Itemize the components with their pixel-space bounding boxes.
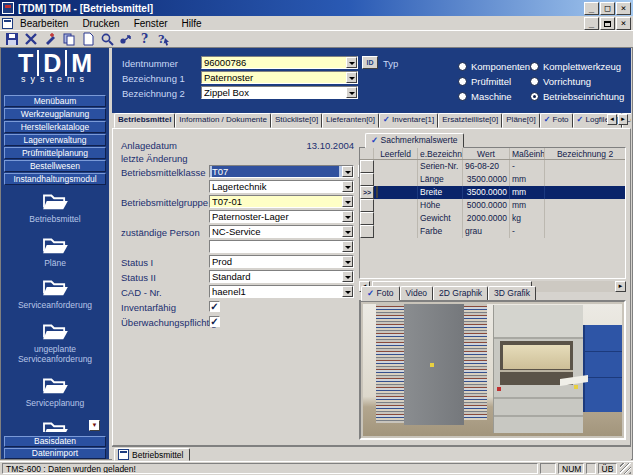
identnummer-combo[interactable]: 96000786 [201,56,358,69]
tab-plaene[interactable]: Pläne[0] [502,113,539,128]
sidebar-item-werkzeugplanung[interactable]: Werkzeugplanung [4,108,106,120]
tab-scroll-left-button[interactable]: ◄ [607,114,617,125]
tab-inventare[interactable]: ✓ Inventare[1] [379,113,438,128]
bezeichnung2-combo[interactable]: Zippel Box [201,86,358,99]
col-bezeichnung2[interactable]: Bezeichnung 2 [545,148,625,159]
sidebar-item-herstellerkataloge[interactable]: Herstellerkataloge [4,121,106,133]
chevron-down-icon[interactable] [342,211,353,222]
chevron-down-icon[interactable] [346,87,357,98]
sidebar-item-menubaum[interactable]: Menübaum [4,95,106,107]
leerfeld-checkbox[interactable] [376,186,378,198]
menu-fenster[interactable]: Fenster [127,17,175,30]
radio-pruefmittel[interactable] [458,77,467,86]
tab-video[interactable]: Video [400,286,434,301]
table-row[interactable]: Farbe grau - [360,225,625,238]
tab-betriebsmittel[interactable]: Betriebsmittel [114,113,175,128]
save-icon[interactable] [3,32,20,47]
child-window-icon[interactable] [2,18,13,29]
copy-icon[interactable] [60,32,77,47]
gruppe-name-combo[interactable]: Paternoster-Lager [209,210,354,223]
status2-combo[interactable]: Standard [209,270,354,283]
person-combo[interactable]: NC-Service [209,225,354,238]
col-bezeichnung[interactable]: e.Bezeichnung [418,148,463,159]
bezeichnung1-combo[interactable]: Paternoster [201,71,358,84]
nav-serviceanforderung[interactable]: Serviceanforderung [1,276,109,310]
delete-icon[interactable] [22,32,39,47]
tab-2d-graphik[interactable]: 2D Graphik [433,286,488,301]
col-wert[interactable]: Wert [463,148,510,159]
chevron-down-icon[interactable] [342,226,353,237]
table-row-selected[interactable]: >> Breite 3500.0000 mm [360,186,625,199]
edit-new-icon[interactable] [41,32,58,47]
tab-foto[interactable]: ✓ Foto [540,113,573,128]
chevron-down-icon[interactable] [342,271,353,282]
nav-scroll-down-button[interactable]: ▼ [89,420,100,431]
tab-3d-grafik[interactable]: 3D Grafik [488,286,536,301]
tab-lieferanten[interactable]: Lieferanten[0] [322,113,379,128]
current-row-marker[interactable]: >> [360,186,374,199]
sidebar-item-instandhaltungsmodul[interactable]: Instandhaltungsmodul [4,173,106,185]
chevron-down-icon[interactable] [342,286,353,297]
nav-serviceplanung[interactable]: Serviceplanung [1,374,109,408]
radio-komplettwerkzeug[interactable] [530,62,539,71]
nav-betriebsmittel[interactable]: Betriebsmittel [1,190,109,224]
radio-maschine[interactable] [458,92,467,101]
chevron-down-icon[interactable] [342,181,353,192]
child-minimize-button[interactable]: _ [584,17,599,30]
sidebar-item-lagerverwaltung[interactable]: Lagerverwaltung [4,134,106,146]
window-tab-betriebsmittel[interactable]: Betriebsmittel [114,448,190,461]
resize-grip[interactable] [620,463,631,474]
child-close-button[interactable]: × [616,17,631,30]
status-message: TMS-600 : Daten wurden geladen! [2,463,538,474]
cad-nr-combo[interactable]: haenel1 [209,285,354,298]
chevron-down-icon[interactable] [342,196,353,207]
menu-bearbeiten[interactable]: Bearbeiten [13,17,75,30]
klasse-code-combo[interactable]: T07 [209,165,354,178]
minimize-button[interactable]: _ [584,2,599,15]
nav-ungeplante-serviceanforderung[interactable]: ungeplante Serviceanforderung [1,320,109,364]
tab-scroll-right-button[interactable]: ► [618,114,628,125]
scroll-right-icon[interactable]: ► [615,281,626,292]
col-leerfeld[interactable]: Leerfeld [374,148,418,159]
child-restore-button[interactable] [600,17,615,30]
menu-drucken[interactable]: Drucken [75,17,126,30]
inventarfaehig-checkbox[interactable]: ✓ [209,301,220,312]
sidebar-item-basisdaten[interactable]: Basisdaten [4,436,106,447]
chevron-down-icon[interactable] [342,241,353,252]
key-export-icon[interactable] [117,32,134,47]
chevron-down-icon[interactable] [346,72,357,83]
chevron-down-icon[interactable] [346,57,357,68]
tab-information-dokumente[interactable]: Information / Dokumente [175,113,271,128]
status1-combo[interactable]: Prod [209,255,354,268]
gruppe-code-combo[interactable]: T07-01 [209,195,354,208]
new-document-icon[interactable] [79,32,96,47]
close-button[interactable]: × [616,2,631,15]
menu-hilfe[interactable]: Hilfe [175,17,209,30]
nav-plaene[interactable]: Pläne [1,234,109,268]
sidebar-item-bestellwesen[interactable]: Bestellwesen [4,160,106,172]
table-row[interactable]: Höhe 5000.0000 mm [360,199,625,212]
person-combo-2[interactable] [209,240,354,253]
context-help-icon[interactable]: ? [155,32,172,47]
chevron-down-icon[interactable] [342,166,353,177]
radio-komponenten[interactable] [458,62,467,71]
sidebar-item-pruefmittelplanung[interactable]: Prüfmittelplanung [4,147,106,159]
klasse-name-combo[interactable]: Lagertechnik [209,180,354,193]
ueberwachungspflichtig-checkbox[interactable]: ✓ [209,316,220,327]
radio-betriebseinrichtung[interactable] [530,92,539,101]
radio-vorrichtung[interactable] [530,77,539,86]
table-row[interactable]: Länge 3500.0000 mm [360,173,625,186]
tab-foto[interactable]: ✓ Foto [361,286,400,301]
col-masseinheit[interactable]: Maßeinheit [510,148,545,159]
tab-stueckliste[interactable]: Stückliste[0] [271,113,322,128]
tab-ersatzteilliste[interactable]: Ersatzteilliste[0] [438,113,502,128]
maximize-button[interactable]: □ [600,2,615,15]
chevron-down-icon[interactable] [342,256,353,267]
sidebar-item-datenimport[interactable]: Datenimport [4,448,106,459]
table-row[interactable]: Serien-Nr. 96-08-20 - [360,160,625,173]
search-icon[interactable] [98,32,115,47]
id-button[interactable]: ID [362,56,378,69]
table-row[interactable]: Gewicht 2000.0000 kg [360,212,625,225]
help-icon[interactable]: ? [136,32,153,47]
tab-sachmerkmalswerte[interactable]: ✓ Sachmerkmalswerte [365,133,464,148]
